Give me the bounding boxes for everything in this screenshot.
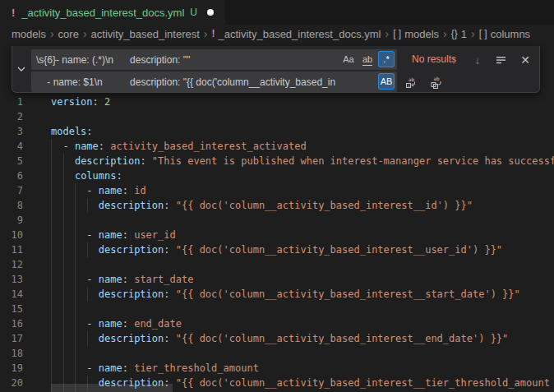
breadcrumb-label: models bbox=[12, 28, 46, 40]
replace-icon: ab c bbox=[404, 76, 418, 89]
code-line[interactable]: description: "{{ doc('column__activity_b… bbox=[51, 331, 554, 346]
find-in-selection-button[interactable] bbox=[494, 53, 509, 67]
line-number[interactable]: 18 bbox=[0, 346, 23, 361]
horizontal-scrollbar[interactable] bbox=[51, 384, 173, 392]
code-line[interactable] bbox=[51, 257, 554, 272]
code-line[interactable]: - name: end_date bbox=[51, 316, 554, 331]
breadcrumb-item[interactable]: core bbox=[58, 28, 79, 40]
line-number[interactable]: 5 bbox=[0, 154, 23, 168]
line-number[interactable]: 20 bbox=[0, 376, 23, 390]
breadcrumb-item[interactable]: [ ]columns bbox=[479, 28, 530, 40]
code-token: - bbox=[51, 362, 99, 374]
line-number[interactable]: 2 bbox=[0, 109, 23, 124]
code-token: name bbox=[99, 318, 122, 330]
code-token bbox=[51, 333, 99, 344]
line-number[interactable]: 3 bbox=[0, 124, 23, 139]
whole-word-toggle[interactable]: ab bbox=[359, 51, 376, 67]
code-token: : bbox=[93, 96, 104, 108]
code-line[interactable]: models: bbox=[51, 124, 554, 139]
modified-dot-icon[interactable] bbox=[207, 9, 214, 16]
code-line[interactable]: - name: tier_threshold_amount bbox=[51, 361, 554, 376]
find-replace-widget: Aa ab .* No results ↑ ↓ ✕ AB bbox=[12, 46, 540, 93]
code-line[interactable]: columns: bbox=[51, 168, 554, 183]
code-token bbox=[51, 200, 99, 211]
regex-toggle[interactable]: .* bbox=[378, 51, 395, 67]
code-line[interactable]: - name: id bbox=[51, 183, 554, 198]
breadcrumb-item[interactable]: models bbox=[12, 28, 46, 40]
code-line[interactable] bbox=[51, 346, 554, 361]
code-token: name bbox=[99, 185, 122, 196]
toggle-replace-button[interactable] bbox=[12, 46, 30, 92]
code-token: name bbox=[99, 274, 122, 285]
code-line[interactable]: version: 2 bbox=[51, 95, 554, 109]
tab-filename: _activity_based_interest_docs.yml bbox=[21, 7, 184, 19]
breadcrumb-label: activity_based_interest bbox=[91, 28, 200, 40]
next-match-button[interactable]: ↓ bbox=[470, 53, 485, 67]
line-number[interactable]: 1 bbox=[0, 95, 23, 109]
code-token: : bbox=[122, 185, 134, 196]
code-line[interactable]: description: "{{ doc('column__activity_b… bbox=[51, 287, 554, 302]
breadcrumb-separator: › bbox=[200, 27, 212, 40]
tab-bar: ! _activity_based_interest_docs.yml U bbox=[0, 0, 554, 25]
line-number[interactable]: 15 bbox=[0, 302, 23, 316]
code-line[interactable]: description: "This event is published wh… bbox=[51, 154, 554, 168]
vscode-window: ! _activity_based_interest_docs.yml U mo… bbox=[0, 0, 554, 392]
breadcrumb-separator: › bbox=[381, 27, 393, 40]
line-number[interactable]: 7 bbox=[0, 183, 23, 198]
code-token: - bbox=[51, 274, 99, 285]
code-token: : bbox=[164, 244, 175, 256]
line-number[interactable]: 10 bbox=[0, 228, 23, 242]
code-token: : bbox=[116, 170, 122, 182]
replace-input[interactable] bbox=[31, 71, 397, 92]
line-number[interactable]: 16 bbox=[0, 316, 23, 331]
replace-button[interactable]: ab c bbox=[404, 75, 418, 90]
code-token: : bbox=[122, 318, 134, 330]
close-find-widget-button[interactable]: ✕ bbox=[518, 53, 533, 67]
line-number[interactable]: 9 bbox=[0, 213, 23, 228]
whole-word-label: ab bbox=[362, 54, 372, 66]
previous-match-button[interactable]: ↑ bbox=[446, 53, 461, 67]
breadcrumb-label: columns bbox=[491, 28, 530, 40]
code-line[interactable] bbox=[51, 213, 554, 228]
line-number[interactable]: 4 bbox=[0, 139, 23, 154]
line-number[interactable]: 11 bbox=[0, 242, 23, 257]
breadcrumb-item[interactable]: [ ]models bbox=[393, 28, 439, 40]
breadcrumb-item[interactable]: {}1 bbox=[451, 28, 467, 40]
replace-all-button[interactable]: ab bbox=[429, 75, 444, 90]
code-token bbox=[51, 244, 99, 256]
replace-all-icon: ab bbox=[430, 76, 443, 89]
code-token: description bbox=[99, 244, 164, 256]
code-token: "{{ doc('column__activity_based_interest… bbox=[176, 288, 520, 300]
line-number[interactable]: 19 bbox=[0, 361, 23, 376]
preserve-case-toggle[interactable]: AB bbox=[378, 73, 395, 90]
breadcrumb-item[interactable]: !_activity_based_interest_docs.yml bbox=[211, 28, 381, 40]
breadcrumb-label: 1 bbox=[461, 28, 467, 40]
code-line[interactable]: - name: start_date bbox=[51, 272, 554, 287]
breadcrumb-item[interactable]: activity_based_interest bbox=[91, 28, 200, 40]
line-number[interactable]: 8 bbox=[0, 198, 23, 213]
code-token: "{{ doc('column__activity_based_interest… bbox=[176, 200, 473, 211]
line-number[interactable]: 17 bbox=[0, 331, 23, 346]
code-line[interactable]: description: "{{ doc('column__activity_b… bbox=[51, 242, 554, 257]
find-nav-buttons: ↑ ↓ ✕ bbox=[446, 49, 533, 70]
svg-text:c: c bbox=[408, 82, 410, 87]
code-line[interactable]: - name: activity_based_interest_activate… bbox=[51, 139, 554, 154]
code-editor: 1234567891011121314151617181920 version:… bbox=[0, 43, 554, 392]
code-token: name bbox=[99, 362, 122, 374]
code-line[interactable] bbox=[51, 109, 554, 124]
editor-tab[interactable]: ! _activity_based_interest_docs.yml U bbox=[0, 0, 225, 25]
symbol-array-icon: [ ] bbox=[479, 28, 487, 39]
find-input-box: Aa ab .* bbox=[31, 49, 397, 70]
symbol-object-icon: {} bbox=[451, 28, 458, 39]
line-number[interactable]: 14 bbox=[0, 287, 23, 302]
code-line[interactable]: - name: user_id bbox=[51, 228, 554, 242]
chevron-down-icon bbox=[16, 64, 26, 74]
line-number[interactable]: 13 bbox=[0, 272, 23, 287]
match-case-toggle[interactable]: Aa bbox=[340, 51, 357, 67]
line-number[interactable]: 12 bbox=[0, 257, 23, 272]
line-number-gutter: 1234567891011121314151617181920 bbox=[0, 95, 23, 390]
code-lines: version: 2models: - name: activity_based… bbox=[51, 95, 554, 390]
code-line[interactable]: description: "{{ doc('column__activity_b… bbox=[51, 198, 554, 213]
code-line[interactable] bbox=[51, 302, 554, 316]
line-number[interactable]: 6 bbox=[0, 168, 23, 183]
